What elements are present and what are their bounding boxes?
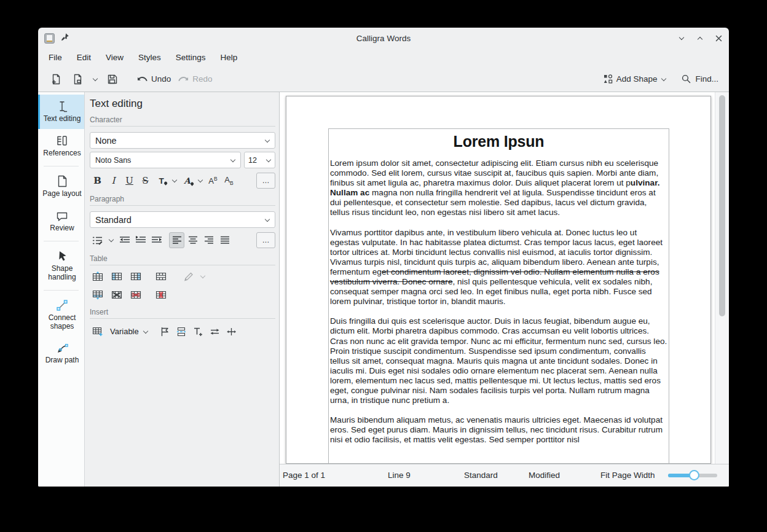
close-icon[interactable] [714, 34, 723, 42]
cursor-arrow-icon [55, 249, 69, 263]
indent-less-button[interactable] [117, 232, 132, 248]
menu-styles[interactable]: Styles [132, 50, 168, 65]
status-zoom-mode[interactable]: Fit Page Width [600, 471, 655, 480]
search-icon [681, 74, 691, 84]
pin-icon[interactable] [61, 33, 69, 44]
chevron-down-icon[interactable] [200, 274, 205, 280]
zoom-slider[interactable] [668, 474, 717, 477]
document-canvas[interactable]: Lorem Ipsun Lorem ipsum dolor sit amet, … [280, 92, 729, 487]
align-left-button[interactable] [169, 232, 184, 248]
sidebar-tab-draw-path[interactable]: Draw path [38, 336, 84, 370]
sidebar-tab-references[interactable]: References [38, 129, 84, 163]
insert-column-left-button[interactable] [109, 268, 124, 284]
sidebar-tab-page-layout[interactable]: Page layout [38, 170, 84, 204]
subscript-button[interactable]: AB [221, 173, 237, 189]
underline-button[interactable]: U [122, 173, 137, 189]
undo-button[interactable]: Undo [135, 70, 173, 88]
connector-line-icon [55, 299, 69, 312]
maximize-icon[interactable] [696, 34, 704, 42]
zoom-slider-handle[interactable] [689, 470, 699, 480]
add-shape-button[interactable]: Add Shape [602, 70, 669, 88]
redo-button[interactable]: Redo [176, 70, 214, 88]
calligra-words-app-icon[interactable] [44, 33, 55, 44]
status-style-indicator[interactable]: Standard [464, 471, 498, 480]
strikethrough-button[interactable]: S [138, 173, 153, 189]
titlebar[interactable]: Calligra Words [38, 28, 729, 49]
align-right-button[interactable] [201, 232, 216, 248]
table-border-pen-button[interactable] [181, 268, 196, 284]
new-document-button[interactable] [47, 70, 65, 88]
font-family-value: Noto Sans [95, 156, 131, 165]
menu-settings[interactable]: Settings [169, 50, 213, 65]
list-style-button[interactable] [90, 232, 105, 248]
indent-first-line-button[interactable] [133, 232, 148, 248]
insert-table-button[interactable] [90, 324, 105, 340]
save-button[interactable] [103, 70, 122, 88]
font-family-dropdown[interactable]: Noto Sans [90, 152, 241, 168]
sidebar-tab-text-editing[interactable]: Text editing [38, 95, 84, 129]
find-label: Find... [695, 74, 718, 84]
bold-button[interactable]: B [90, 173, 105, 189]
delete-column-button[interactable] [153, 287, 168, 303]
bookmark-button[interactable] [157, 324, 173, 340]
sidebar-tab-review[interactable]: Review [38, 204, 84, 238]
direction-arrows-button[interactable] [224, 324, 239, 340]
align-center-button[interactable] [185, 232, 200, 248]
vertical-scrollbar[interactable] [715, 92, 729, 464]
status-line-indicator[interactable]: Line 9 [388, 471, 411, 480]
delete-row-button[interactable] [128, 287, 143, 303]
more-character-options-button[interactable]: … [256, 173, 275, 189]
scrollbar-thumb[interactable] [719, 95, 725, 316]
merge-cells-button[interactable] [153, 268, 168, 284]
chevron-down-icon[interactable] [108, 238, 114, 243]
open-document-button[interactable] [69, 70, 87, 88]
chevron-down-icon[interactable] [197, 178, 203, 184]
align-justify-button[interactable] [217, 232, 232, 248]
paragraph[interactable]: Mauris bibendum aliquam metus, ac venena… [330, 415, 667, 445]
page-break-button[interactable] [174, 324, 189, 340]
insert-text-frame-button[interactable] [191, 324, 206, 340]
insert-row-below-button[interactable] [90, 287, 105, 303]
text-frame[interactable]: Lorem Ipsun Lorem ipsum dolor sit amet, … [328, 128, 669, 464]
window-title: Calligra Words [38, 34, 729, 43]
paragraph[interactable]: Duis fringilla dui quis est scelerisque … [330, 316, 667, 405]
redo-icon [178, 74, 189, 84]
font-size-dropdown[interactable]: 12 [244, 152, 275, 168]
document-heading[interactable]: Lorem Ipsun [330, 133, 667, 151]
character-style-dropdown[interactable]: None [90, 132, 275, 149]
minimize-icon[interactable] [677, 34, 686, 42]
align-center-icon [188, 236, 198, 244]
indent-more-button[interactable] [149, 232, 164, 248]
open-document-icon [72, 73, 84, 85]
section-insert: Insert [90, 308, 275, 319]
status-modified-indicator: Modified [529, 471, 560, 480]
italic-button[interactable]: I [106, 173, 121, 189]
insert-row-above-button[interactable] [90, 268, 105, 284]
list-style-icon [92, 236, 103, 245]
text-color-button[interactable]: T [154, 173, 169, 189]
section-paragraph: Paragraph [90, 195, 275, 206]
spacing-arrows-button[interactable] [207, 324, 222, 340]
menu-file[interactable]: File [42, 50, 69, 65]
insert-column-right-button[interactable] [128, 268, 143, 284]
variable-dropdown[interactable]: Variable [106, 324, 152, 340]
superscript-button[interactable]: AB [205, 173, 221, 189]
split-cells-button[interactable] [109, 287, 124, 303]
paragraph[interactable]: Lorem ipsum dolor sit amet, consectetur … [330, 158, 667, 218]
open-recent-chevron-icon[interactable] [91, 75, 100, 84]
paragraph-style-dropdown[interactable]: Standard [90, 211, 275, 228]
status-page-indicator[interactable]: Page 1 of 1 [283, 471, 325, 480]
tool-options-panel: Text editing Character None Noto Sans 12… [85, 92, 280, 487]
menu-view[interactable]: View [99, 50, 130, 65]
more-paragraph-options-button[interactable]: … [256, 232, 275, 248]
sidebar-tab-shape-handling[interactable]: Shape handling [38, 244, 84, 287]
document-page[interactable]: Lorem Ipsun Lorem ipsum dolor sit amet, … [286, 96, 711, 464]
paragraph[interactable]: Vivamus porttitor dapibus ante, in vesti… [330, 228, 667, 307]
menu-help[interactable]: Help [214, 50, 245, 65]
find-button[interactable]: Find... [679, 70, 720, 88]
menu-edit[interactable]: Edit [70, 50, 98, 65]
highlight-color-button[interactable]: A [179, 173, 195, 189]
text-cursor-icon [55, 100, 69, 113]
sidebar-tab-connect-shapes[interactable]: Connect shapes [38, 294, 84, 336]
chevron-down-icon[interactable] [171, 178, 177, 184]
